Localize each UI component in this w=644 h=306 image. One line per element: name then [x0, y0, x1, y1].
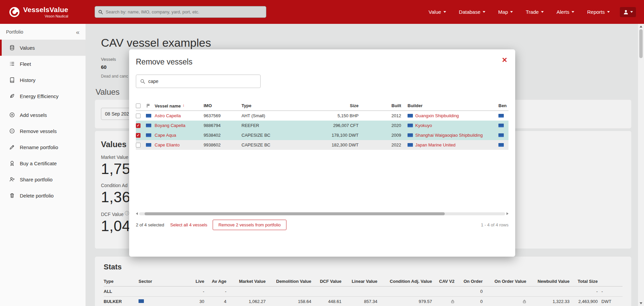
sidebar-item-add-vessels[interactable]: Add vessels — [0, 107, 86, 123]
column-type[interactable]: Type — [241, 103, 296, 108]
sidebar-item-buy-certificate[interactable]: Buy a Certificate — [0, 155, 86, 171]
values-icon — [9, 45, 15, 51]
vessels-label: Vessels — [101, 57, 116, 62]
vessel-name-link[interactable]: Boyang Capella — [155, 123, 185, 128]
column-vessel-name[interactable]: Vessel name↓ — [155, 103, 204, 108]
info-icon[interactable]: i — [125, 211, 129, 215]
vessel-search[interactable] — [136, 75, 261, 88]
select-all-checkbox[interactable] — [136, 103, 141, 108]
vessel-imo: 9886794 — [204, 123, 241, 128]
main-nav: Value Database Map Trade Alerts Reports — [429, 9, 610, 15]
vessel-name-link[interactable]: Cape Elianto — [155, 142, 179, 147]
modal-footer: 2 of 4 selected Select all 4 vessels Rem… — [136, 219, 508, 230]
nav-value[interactable]: Value — [429, 9, 446, 15]
remove-vessels-modal: Remove vessels × Vessel name↓ IMO Type S… — [129, 49, 515, 257]
builder-link[interactable]: Kyokuyo — [415, 123, 432, 128]
row-checkbox[interactable] — [136, 143, 141, 147]
nav-alerts[interactable]: Alerts — [556, 9, 574, 15]
brand[interactable]: VesselsValue Veson Nautical — [0, 6, 86, 18]
vessel-search-input[interactable] — [136, 79, 260, 84]
pencil-icon — [9, 144, 15, 150]
select-all-link[interactable]: Select all 4 vessels — [170, 222, 208, 227]
sidebar-item-history[interactable]: History — [0, 72, 86, 88]
vessel-size: 178,100 DWT — [296, 133, 359, 138]
scrollbar-thumb[interactable] — [145, 212, 445, 215]
sidebar-item-label: Buy a Certificate — [20, 161, 57, 166]
share-user-icon — [9, 176, 15, 182]
sort-descending-icon: ↓ — [182, 103, 184, 107]
scrollbar-thumb[interactable] — [639, 29, 643, 58]
sidebar-item-label: Values — [20, 45, 35, 51]
nav-database[interactable]: Database — [459, 9, 485, 15]
scrollbar-down-arrow[interactable] — [640, 302, 642, 304]
sidebar-item-values[interactable]: Values — [0, 40, 86, 56]
scrollbar-track[interactable] — [139, 212, 505, 215]
vessel-flag-icon — [146, 133, 151, 137]
vessel-row[interactable]: Cape Aqua 9538402 CAPESIZE BC 178,100 DW… — [136, 130, 508, 140]
energy-leaf-icon — [9, 93, 15, 99]
stats-title: Stats — [104, 263, 623, 271]
sidebar-item-label: Add vessels — [20, 112, 47, 118]
vessel-built: 2009 — [359, 133, 401, 138]
column-beneficial-owner[interactable]: Ben — [493, 103, 507, 108]
builder-flag-icon — [408, 143, 413, 147]
nav-map[interactable]: Map — [498, 9, 513, 15]
sidebar-item-energy-efficiency[interactable]: Energy Efficiency — [0, 88, 86, 104]
sidebar-item-label: Remove vessels — [20, 128, 57, 134]
sidebar-item-label: Share portfolio — [20, 177, 53, 182]
brand-subtitle: Veson Nautical — [23, 14, 68, 18]
nav-reports[interactable]: Reports — [587, 9, 610, 15]
sidebar-item-share-portfolio[interactable]: Share portfolio — [0, 171, 86, 187]
row-checkbox[interactable] — [136, 123, 141, 128]
vessel-size: 5,150 BHP — [296, 113, 359, 118]
vessel-row[interactable]: Astro Capella 9637569 AHT (Small) 5,150 … — [136, 111, 508, 121]
vessel-built: 2012 — [359, 113, 401, 118]
builder-link[interactable]: Japan Marine United — [415, 142, 455, 147]
vessel-size: 296,007 CFT — [296, 123, 359, 128]
vessel-name-link[interactable]: Astro Capella — [155, 113, 181, 118]
table-horizontal-scrollbar[interactable] — [136, 212, 508, 216]
column-built[interactable]: Built — [359, 103, 401, 108]
stats-table: Type Sector Live Av Age Market Value Dem… — [104, 276, 623, 306]
column-builder[interactable]: Builder — [401, 103, 493, 108]
top-header: VesselsValue Veson Nautical Value Databa… — [0, 0, 644, 24]
stats-row-bulker[interactable]: BULKER 30 4 1,062.27 158.64 448.61 857.3… — [104, 297, 623, 306]
vessel-row[interactable]: Cape Elianto 9938602 CAPESIZE BC 182,300… — [136, 140, 508, 150]
row-checkbox[interactable] — [136, 133, 141, 138]
column-imo[interactable]: IMO — [204, 103, 241, 108]
nav-trade[interactable]: Trade — [526, 9, 544, 15]
vessel-name-link[interactable]: Cape Aqua — [155, 133, 176, 138]
sidebar-item-delete-portfolio[interactable]: Delete portfolio — [0, 187, 86, 204]
lock-icon — [523, 299, 526, 304]
sidebar-title: Portfolio — [6, 29, 23, 35]
builder-link[interactable]: Guangxin Shipbuilding — [415, 113, 459, 118]
global-search-input[interactable] — [95, 9, 266, 14]
beneficial-owner-flag-icon — [498, 114, 504, 118]
builder-link[interactable]: Shanghai Waigaoqiao Shipbuilding — [415, 133, 483, 138]
sidebar-item-label: Delete portfolio — [20, 193, 54, 199]
sidebar-collapse-icon[interactable]: « — [76, 29, 79, 35]
scrollbar-up-arrow[interactable] — [640, 26, 642, 28]
add-circle-icon — [9, 112, 15, 118]
beneficial-owner-flag-icon — [498, 143, 504, 147]
sidebar-item-remove-vessels[interactable]: Remove vessels — [0, 123, 86, 139]
user-menu-button[interactable] — [620, 7, 636, 17]
chevron-down-icon — [630, 11, 633, 13]
scroll-right-arrow[interactable] — [506, 212, 508, 215]
remove-vessels-button[interactable]: Remove 2 vessels from portfolio — [213, 220, 286, 230]
beneficial-owner-flag-icon — [498, 133, 504, 137]
row-checkbox[interactable] — [136, 114, 141, 118]
vessel-size: 182,300 DWT — [296, 142, 359, 147]
flag-column-icon — [146, 103, 151, 108]
column-size[interactable]: Size — [296, 103, 359, 108]
vessel-row[interactable]: Boyang Capella 9886794 REEFER 296,007 CF… — [136, 121, 508, 130]
close-icon[interactable]: × — [502, 55, 507, 64]
sidebar-item-fleet[interactable]: Fleet — [0, 56, 86, 72]
builder-flag-icon — [408, 124, 413, 127]
stats-row-all[interactable]: ALL - - 0 - - — [104, 287, 623, 297]
page-scrollbar[interactable] — [638, 24, 644, 306]
scroll-left-arrow[interactable] — [136, 212, 138, 215]
sidebar-item-rename-portfolio[interactable]: Rename portfolio — [0, 139, 86, 155]
global-search[interactable] — [95, 6, 266, 18]
vesselsvalue-logo-icon — [9, 6, 20, 18]
